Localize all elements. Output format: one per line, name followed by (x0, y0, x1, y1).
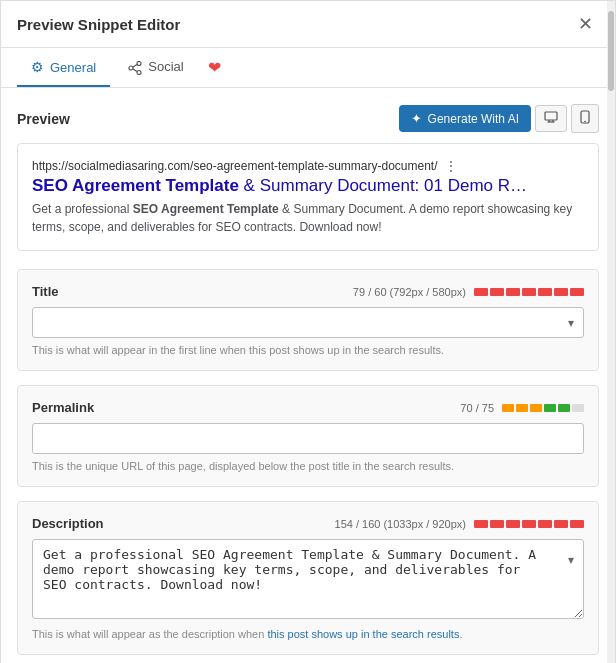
desc-seg-6 (554, 520, 568, 528)
title-field-header: Title 79 / 60 (792px / 580px) (32, 284, 584, 299)
main-content: Preview ✦ Generate With AI (1, 88, 615, 663)
scrollbar-thumb[interactable] (608, 11, 614, 91)
gear-icon: ⚙ (31, 59, 44, 75)
preview-desc-part1: Get a professional (32, 202, 133, 216)
permalink-field-section: Permalink 70 / 75 seo-agreement-template… (17, 385, 599, 487)
svg-point-2 (137, 71, 141, 75)
tab-heart[interactable]: ❤ (202, 48, 227, 87)
desc-seg-3 (506, 520, 520, 528)
perm-seg-6 (572, 404, 584, 412)
desc-seg-4 (522, 520, 536, 528)
permalink-field-header: Permalink 70 / 75 (32, 400, 584, 415)
title-seg-5 (538, 288, 552, 296)
preview-section: Preview ✦ Generate With AI (17, 104, 599, 251)
description-field-meta: 154 / 160 (1033px / 920px) (335, 518, 584, 530)
preview-desc-bold: SEO Agreement Template (133, 202, 279, 216)
preview-title-rest: & Summary Document: 01 Demo R… (239, 176, 527, 195)
description-field-header: Description 154 / 160 (1033px / 920px) (32, 516, 584, 531)
desc-seg-5 (538, 520, 552, 528)
permalink-field-label: Permalink (32, 400, 94, 415)
permalink-input[interactable]: seo-agreement-template-summary-document (32, 423, 584, 454)
dialog: Preview Snippet Editor ✕ ⚙ General Socia… (0, 0, 616, 663)
preview-header-right: ✦ Generate With AI (399, 104, 599, 133)
permalink-progress-bar (502, 404, 584, 412)
title-progress-bar (474, 288, 584, 296)
perm-seg-3 (530, 404, 542, 412)
title-input[interactable]: %title% %page% %sep% %sitename% (32, 307, 584, 338)
description-input-wrapper: Get a professional SEO Agreement Templat… (32, 539, 584, 622)
scrollbar-track[interactable] (607, 1, 615, 663)
title-field-label: Title (32, 284, 59, 299)
svg-line-4 (133, 69, 137, 72)
title-input-wrapper: %title% %page% %sep% %sitename% ▾ (32, 307, 584, 338)
desc-seg-2 (490, 520, 504, 528)
perm-seg-2 (516, 404, 528, 412)
svg-point-1 (129, 66, 133, 70)
description-field-label: Description (32, 516, 104, 531)
preview-box: https://socialmediasaring.com/seo-agreem… (17, 143, 599, 251)
preview-url-row: https://socialmediasaring.com/seo-agreem… (32, 158, 584, 174)
mobile-icon (580, 112, 590, 127)
dialog-title: Preview Snippet Editor (17, 16, 180, 33)
preview-label: Preview (17, 111, 70, 127)
desc-seg-1 (474, 520, 488, 528)
tab-general[interactable]: ⚙ General (17, 49, 110, 87)
desktop-icon (544, 111, 558, 126)
svg-point-0 (137, 62, 141, 66)
generate-btn-label: Generate With AI (428, 112, 519, 126)
preview-url-text: https://socialmediasaring.com/seo-agreem… (32, 159, 438, 173)
title-seg-4 (522, 288, 536, 296)
ai-sparkle-icon: ✦ (411, 111, 422, 126)
description-progress-bar (474, 520, 584, 528)
title-seg-7 (570, 288, 584, 296)
close-button[interactable]: ✕ (572, 13, 599, 35)
perm-seg-5 (558, 404, 570, 412)
heart-icon: ❤ (208, 59, 221, 76)
desktop-device-button[interactable] (535, 105, 567, 132)
tabs-bar: ⚙ General Social ❤ (1, 48, 615, 88)
title-seg-6 (554, 288, 568, 296)
tab-social[interactable]: Social (114, 49, 197, 87)
preview-title-blue: SEO Agreement Template (32, 176, 239, 195)
mobile-device-button[interactable] (571, 104, 599, 133)
title-seg-2 (490, 288, 504, 296)
description-meta-text: 154 / 160 (1033px / 920px) (335, 518, 466, 530)
tab-general-label: General (50, 60, 96, 75)
preview-header: Preview ✦ Generate With AI (17, 104, 599, 133)
svg-point-10 (584, 121, 586, 123)
title-field-hint: This is what will appear in the first li… (32, 344, 584, 356)
social-icon (128, 59, 142, 75)
perm-seg-1 (502, 404, 514, 412)
permalink-field-hint: This is the unique URL of this page, dis… (32, 460, 584, 472)
perm-seg-4 (544, 404, 556, 412)
permalink-field-meta: 70 / 75 (460, 402, 584, 414)
desc-seg-7 (570, 520, 584, 528)
description-textarea[interactable]: Get a professional SEO Agreement Templat… (32, 539, 584, 619)
title-meta-text: 79 / 60 (792px / 580px) (353, 286, 466, 298)
svg-rect-5 (545, 112, 557, 120)
title-seg-1 (474, 288, 488, 296)
description-hint-text-before: This is what will appear as the descript… (32, 628, 267, 640)
generate-ai-button[interactable]: ✦ Generate With AI (399, 105, 531, 132)
description-field-hint: This is what will appear as the descript… (32, 628, 584, 640)
description-field-section: Description 154 / 160 (1033px / 920px) (17, 501, 599, 655)
preview-desc: Get a professional SEO Agreement Templat… (32, 200, 584, 236)
title-seg-3 (506, 288, 520, 296)
preview-title: SEO Agreement Template & Summary Documen… (32, 176, 584, 196)
permalink-meta-text: 70 / 75 (460, 402, 494, 414)
title-field-meta: 79 / 60 (792px / 580px) (353, 286, 584, 298)
svg-line-3 (133, 65, 137, 68)
tab-social-label: Social (148, 59, 183, 74)
url-dots-button[interactable]: ⋮ (442, 158, 460, 174)
dialog-header: Preview Snippet Editor ✕ (1, 1, 615, 48)
title-field-section: Title 79 / 60 (792px / 580px) %title% (17, 269, 599, 371)
description-hint-link[interactable]: this post shows up in the search results (267, 628, 459, 640)
description-hint-text-after: . (459, 628, 462, 640)
